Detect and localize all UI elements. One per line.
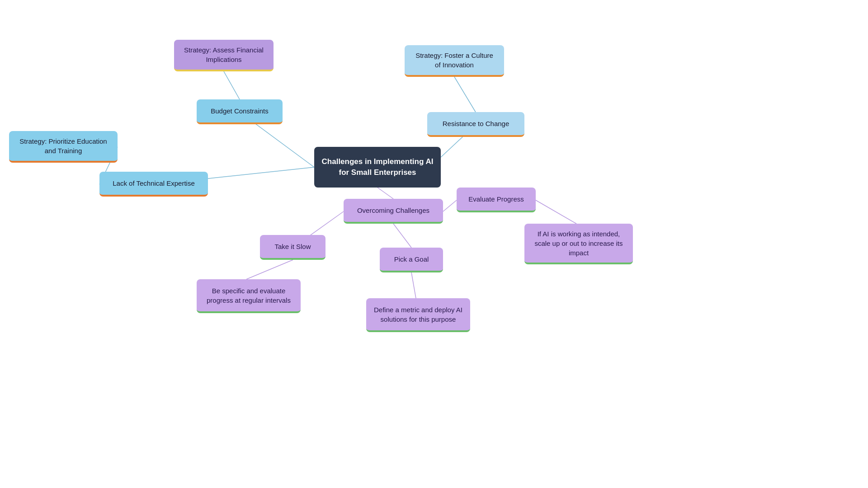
- svg-line-1: [224, 71, 240, 99]
- scale-up-node: If AI is working as intended, scale up o…: [524, 224, 633, 264]
- prioritize-education-node: Strategy: Prioritize Education and Train…: [9, 131, 118, 163]
- foster-culture-node: Strategy: Foster a Culture of Innovation: [405, 45, 504, 77]
- budget-constraints-node: Budget Constraints: [197, 99, 283, 124]
- assess-financial-node: Strategy: Assess Financial Implications: [174, 40, 274, 71]
- resistance-change-node: Resistance to Change: [427, 112, 524, 137]
- svg-line-5: [454, 77, 476, 112]
- overcoming-challenges-node: Overcoming Challenges: [344, 199, 443, 224]
- svg-line-10: [246, 260, 293, 279]
- lack-technical-node: Lack of Technical Expertise: [99, 172, 208, 197]
- svg-line-11: [393, 224, 411, 248]
- svg-line-6: [377, 188, 393, 199]
- svg-line-12: [411, 272, 416, 298]
- pick-goal-node: Pick a Goal: [380, 248, 443, 272]
- svg-line-8: [536, 200, 576, 224]
- center-node: Challenges in Implementing AI for Small …: [314, 147, 441, 188]
- svg-line-7: [443, 200, 457, 211]
- evaluate-progress-node: Evaluate Progress: [457, 188, 536, 212]
- be-specific-node: Be specific and evaluate progress at reg…: [197, 279, 301, 313]
- take-slow-node: Take it Slow: [260, 235, 326, 260]
- define-metric-node: Define a metric and deploy AI solutions …: [366, 298, 470, 332]
